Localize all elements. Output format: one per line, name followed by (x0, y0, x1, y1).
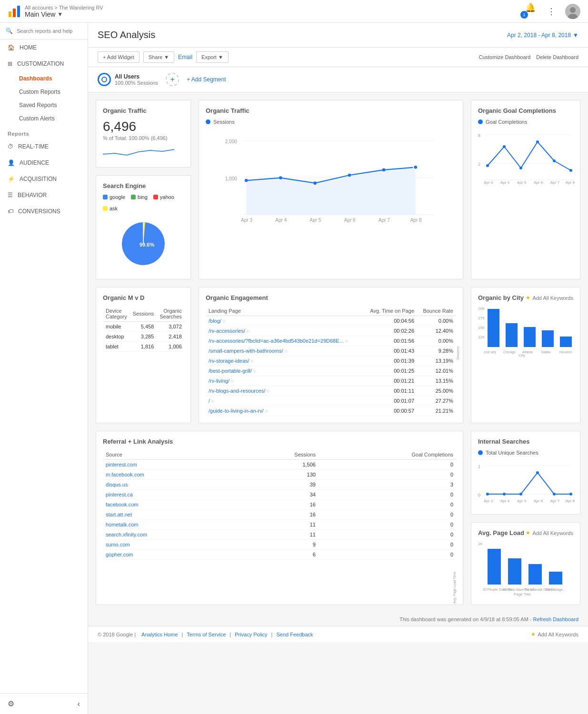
organic-traffic-title: Organic Traffic (103, 107, 184, 114)
table-row: /rv-accessories/?fbclid=ac-a36e4bd543b0e… (206, 336, 456, 346)
svg-text:125: 125 (478, 335, 485, 339)
svg-text:Avg. Page Load Time: Avg. Page Load Time (453, 572, 457, 604)
table-row: /best-portable-grill/ ⎋00:01:2512.01% (206, 366, 456, 376)
table-row: / ⎋00:01:0727.27% (206, 396, 456, 406)
more-options-button[interactable]: ⋮ (545, 4, 558, 19)
breadcrumb: All accounts > The Wandering RV (25, 5, 103, 10)
svg-point-68 (553, 493, 556, 496)
mvd-col-sessions: Sessions (130, 306, 157, 322)
svg-rect-81 (549, 572, 562, 585)
sidebar-item-behavior[interactable]: ☰ BEHAVIOR (0, 187, 88, 203)
behavior-label: BEHAVIOR (18, 192, 47, 198)
date-dropdown-icon: ▼ (573, 32, 578, 39)
sidebar-item-real-time[interactable]: ⏱ REAL-TIME (0, 139, 88, 155)
table-row: /rv-accessories/ ⎋00:02:2612.40% (206, 326, 456, 336)
sidebar-item-customization[interactable]: ⊞ CUSTOMIZATION (0, 56, 88, 72)
terms-link[interactable]: Terms of Service (187, 632, 226, 637)
refresh-dashboard-link[interactable]: Refresh Dashboard (533, 616, 578, 622)
segment-value: 100.00% Sessions (115, 80, 158, 86)
svg-text:Apr 6: Apr 6 (534, 499, 543, 503)
conversions-icon: 🏷 (8, 208, 13, 215)
svg-text:Apr 5: Apr 5 (310, 218, 321, 223)
sidebar-sub-custom-alerts[interactable]: Custom Alerts (0, 112, 88, 125)
main-view-title: Main View (25, 10, 55, 18)
svg-rect-78 (488, 549, 501, 585)
table-row: hometalk.com110 (103, 520, 456, 530)
table-row: mobile5,4583,072 (103, 322, 185, 332)
sidebar-item-audience[interactable]: 👤 AUDIENCE (0, 155, 88, 171)
sidebar-sub-custom-reports[interactable]: Custom Reports (0, 85, 88, 99)
internal-searches-title: Internal Searches (478, 438, 573, 445)
table-row: facebook.com160 (103, 500, 456, 510)
svg-point-67 (536, 471, 539, 474)
sidebar-item-home[interactable]: 🏠 HOME (0, 40, 88, 56)
add-segment-button[interactable]: + (166, 73, 179, 86)
svg-text:Apr 3: Apr 3 (484, 180, 493, 185)
svg-point-69 (569, 493, 572, 496)
svg-rect-1 (13, 9, 16, 17)
svg-text:Apr 7: Apr 7 (550, 499, 560, 503)
collapse-sidebar-button[interactable]: ‹ (76, 698, 82, 710)
search-label: Search reports and help (17, 28, 72, 34)
svg-point-36 (553, 159, 556, 162)
sessions-legend-label: Sessions (213, 119, 235, 125)
date-range-picker[interactable]: Apr 2, 2018 - Apr 8, 2018 ▼ (507, 32, 578, 39)
svg-point-17 (313, 181, 317, 185)
svg-text:Apr 4: Apr 4 (500, 499, 510, 503)
sidebar-item-conversions[interactable]: 🏷 CONVERSIONS (0, 203, 88, 219)
organic-traffic-value: 6,496 (103, 119, 184, 134)
avatar[interactable] (565, 4, 580, 19)
analytics-home-link[interactable]: Analytics Home (141, 632, 178, 637)
internal-searches-card: Internal Searches Total Unique Searches … (471, 431, 580, 515)
customization-icon: ⊞ (8, 60, 12, 67)
svg-text:Apr 8: Apr 8 (566, 180, 575, 185)
table-row: search.xfinity.com110 (103, 530, 456, 540)
svg-text:Apr 3: Apr 3 (484, 499, 493, 503)
reports-section-label: Reports (0, 125, 88, 139)
svg-rect-50 (506, 323, 518, 347)
add-segment-label[interactable]: + Add Segment (187, 76, 226, 83)
svg-text:Apr 5: Apr 5 (517, 499, 527, 503)
share-button[interactable]: Share ▼ (143, 51, 174, 63)
svg-text:Apr 7: Apr 7 (379, 218, 390, 223)
table-row: start.att.net160 (103, 510, 456, 520)
segment-all-users[interactable]: All Users 100.00% Sessions (98, 73, 158, 86)
customize-dashboard-button[interactable]: Customize Dashboard (478, 54, 530, 60)
svg-point-20 (413, 165, 418, 169)
sidebar-search[interactable]: 🔍 Search reports and help (0, 23, 88, 40)
ga-logo-icon (8, 5, 21, 18)
internal-legend: Total Unique Searches (486, 450, 538, 456)
svg-text:Apr 5: Apr 5 (517, 180, 527, 185)
add-widget-button[interactable]: + Add Widget (98, 51, 140, 63)
svg-rect-49 (488, 309, 499, 347)
sidebar-sub-saved-reports[interactable]: Saved Reports (0, 99, 88, 112)
svg-point-15 (245, 179, 248, 182)
table-row: tablet1,8161,006 (103, 342, 185, 352)
svg-text:150: 150 (478, 326, 485, 330)
city-add-keywords-button[interactable]: ★ Add All Keywords (526, 295, 573, 301)
title-dropdown-icon[interactable]: ▼ (57, 11, 63, 18)
referral-card: Referral + Link Analysis Source Sessions… (96, 431, 463, 605)
svg-text:Apr 6: Apr 6 (344, 218, 356, 223)
svg-text:Apr 7: Apr 7 (550, 180, 560, 185)
behavior-icon: ☰ (8, 192, 13, 198)
table-row: sumo.com90 (103, 540, 456, 550)
footer-add-keywords-button[interactable]: ★ Add All Keywords (531, 631, 578, 637)
sidebar-item-acquisition[interactable]: ⚡ ACQUISITION (0, 171, 88, 187)
svg-text:Dallas: Dallas (541, 350, 551, 354)
engagement-col-time: Avg. Time on Page (363, 306, 417, 316)
email-button[interactable]: Email (178, 54, 192, 60)
table-row: pinterest.ca340 (103, 490, 456, 500)
search-icon: 🔍 (6, 28, 13, 34)
legend-google: google (103, 194, 125, 200)
mvd-title: Organic M v D (103, 294, 184, 301)
pageload-add-keywords-button[interactable]: ★ Add All Keywords (526, 530, 573, 536)
feedback-link[interactable]: Send Feedback (276, 632, 313, 637)
privacy-link[interactable]: Privacy Policy (235, 632, 267, 637)
svg-point-33 (503, 145, 506, 148)
settings-button[interactable]: ⚙ (6, 697, 16, 710)
sidebar-sub-dashboards[interactable]: Dashboards (0, 72, 88, 85)
segment-label: All Users (115, 73, 158, 80)
delete-dashboard-button[interactable]: Delete Dashboard (536, 54, 578, 60)
export-button[interactable]: Export ▼ (196, 51, 229, 63)
